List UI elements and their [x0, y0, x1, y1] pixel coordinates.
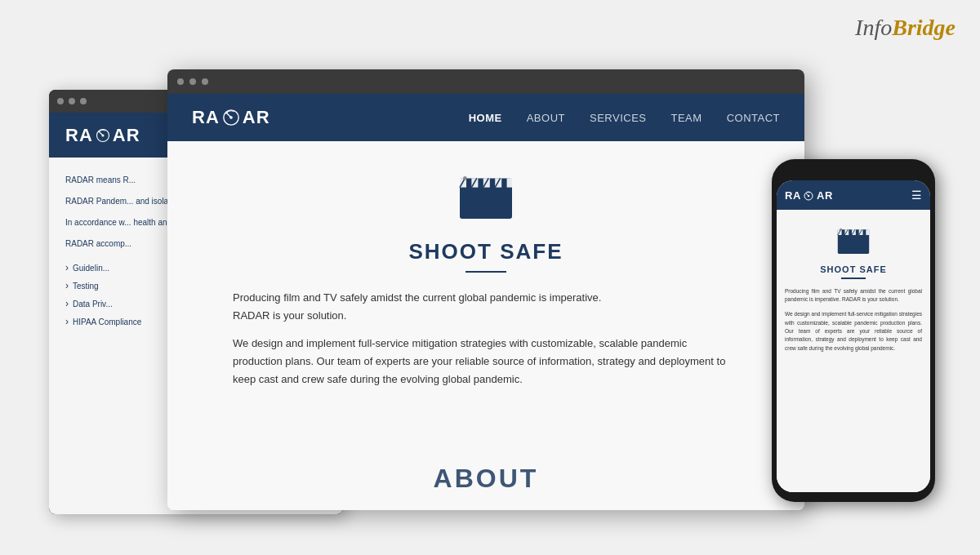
- nav-contact[interactable]: CONTACT: [727, 112, 780, 124]
- main-browser-navbar: RA AR HOME ABOUT SERVICES TEAM CONTACT: [167, 94, 804, 141]
- svg-rect-4: [460, 184, 512, 219]
- phone-clapperboard-icon: [834, 222, 873, 256]
- nav-services[interactable]: SERVICES: [590, 112, 647, 124]
- radar-icon-main: [222, 109, 240, 127]
- phone-description: Producing film and TV safely amidst the …: [785, 287, 922, 360]
- dot-3: [80, 98, 87, 104]
- phone-body: We design and implement full-service mit…: [785, 310, 922, 353]
- main-dot-2: [189, 78, 196, 85]
- main-browser-titlebar: [167, 69, 804, 94]
- tagline-paragraph: Producing film and TV safely amidst the …: [233, 289, 739, 325]
- infobridge-info: Info: [855, 15, 892, 40]
- nav-home[interactable]: HOME: [469, 112, 502, 124]
- phone-notch: [829, 169, 878, 175]
- dot-2: [69, 98, 75, 104]
- nav-team[interactable]: TEAM: [671, 112, 702, 124]
- title-underline: [466, 271, 506, 273]
- main-dot-1: [177, 78, 184, 85]
- hamburger-menu-icon[interactable]: ☰: [911, 189, 922, 202]
- phone-shoot-safe-title: SHOOT SAFE: [820, 264, 887, 274]
- svg-point-15: [463, 176, 467, 180]
- radar-icon-back: [96, 128, 110, 143]
- svg-point-1: [101, 134, 104, 136]
- shoot-safe-description: Producing film and TV safely amidst the …: [233, 289, 739, 398]
- main-nav-links: HOME ABOUT SERVICES TEAM CONTACT: [469, 112, 780, 124]
- phone-tagline: Producing film and TV safely amidst the …: [785, 287, 922, 304]
- svg-rect-18: [838, 233, 869, 254]
- phone-screen: RA AR ☰: [777, 180, 930, 492]
- body-paragraph: We design and implement full-service mit…: [233, 335, 739, 388]
- infobridge-logo: InfoBridge: [855, 15, 956, 41]
- phone-content: SHOOT SAFE Producing film and TV safely …: [777, 210, 930, 492]
- main-browser-window: RA AR HOME ABOUT SERVICES TEAM CONTACT: [167, 69, 804, 510]
- nav-about[interactable]: ABOUT: [527, 112, 565, 124]
- phone-logo: RA AR: [785, 189, 833, 202]
- phone-title-underline: [841, 278, 866, 279]
- infobridge-bridge: Bridge: [892, 15, 956, 40]
- svg-rect-10: [507, 178, 512, 187]
- phone-radar-icon: [804, 191, 813, 201]
- svg-point-17: [808, 195, 810, 198]
- shoot-safe-title: SHOOT SAFE: [408, 239, 563, 264]
- main-browser-logo: RA AR: [192, 107, 270, 128]
- main-dot-3: [202, 78, 208, 85]
- svg-point-29: [840, 229, 842, 231]
- dot-1: [57, 98, 64, 104]
- svg-point-3: [229, 116, 233, 119]
- phone-navbar: RA AR ☰: [777, 180, 930, 210]
- about-section-label: ABOUT: [434, 464, 539, 494]
- main-page-content: SHOOT SAFE Producing film and TV safely …: [167, 141, 804, 510]
- clapperboard-icon: [453, 166, 519, 223]
- mobile-phone: RA AR ☰: [772, 159, 935, 502]
- back-browser-logo: RA AR: [65, 125, 140, 146]
- svg-rect-24: [866, 229, 869, 235]
